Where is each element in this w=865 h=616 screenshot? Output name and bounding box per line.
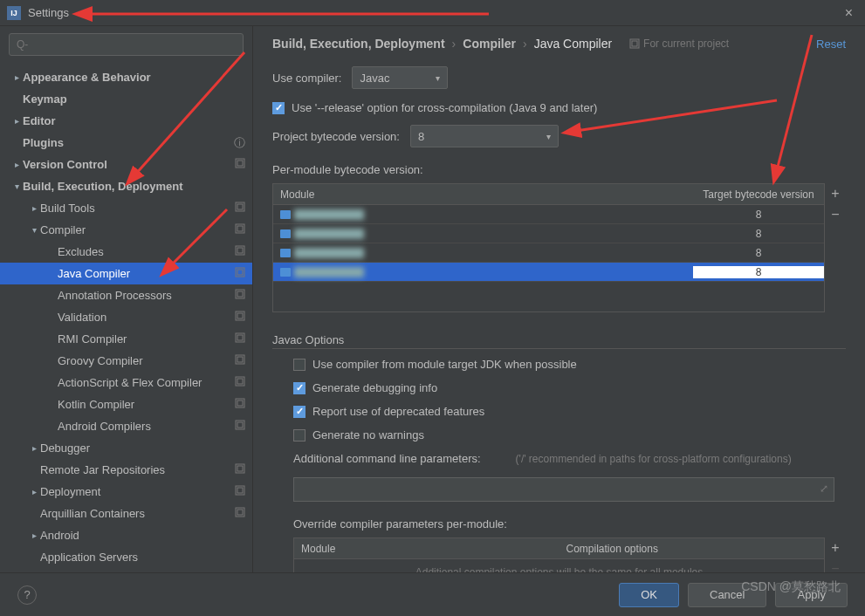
svg-rect-15 xyxy=(237,335,243,340)
sidebar-item-remote-jar-repositories[interactable]: Remote Jar Repositories xyxy=(0,459,252,481)
close-icon[interactable]: × xyxy=(840,5,858,21)
sidebar-item-excludes[interactable]: Excludes xyxy=(0,241,252,263)
sidebar-item-label: Deployment xyxy=(40,485,235,498)
override-table: Module Compilation options Additional co… xyxy=(293,537,825,572)
release-checkbox[interactable] xyxy=(272,102,285,114)
add-module-button[interactable]: + xyxy=(825,183,846,204)
opt3-checkbox[interactable] xyxy=(293,406,305,418)
svg-rect-5 xyxy=(237,226,243,231)
sidebar-item-build-tools[interactable]: ▸Build Tools xyxy=(0,197,252,219)
project-icon xyxy=(235,223,245,236)
sidebar-item-label: Build Tools xyxy=(40,202,235,215)
params-input[interactable]: ⤢ xyxy=(293,477,834,502)
project-icon xyxy=(235,332,245,346)
svg-rect-27 xyxy=(237,488,243,493)
help-button[interactable]: ? xyxy=(17,585,37,605)
apply-button[interactable]: Apply xyxy=(775,583,848,607)
sidebar-item-groovy-compiler[interactable]: Groovy Compiler xyxy=(0,350,252,372)
table-row[interactable]: 8 xyxy=(273,205,824,224)
svg-rect-1 xyxy=(237,161,243,166)
sidebar-item-label: Version Control xyxy=(23,158,235,171)
project-icon xyxy=(235,311,245,324)
project-icon xyxy=(235,289,245,302)
sidebar-item-actionscript-flex-compiler[interactable]: ActionScript & Flex Compiler xyxy=(0,372,252,394)
javac-options-label: Javac Options xyxy=(272,333,846,349)
svg-rect-3 xyxy=(237,204,243,209)
sidebar-item-validation[interactable]: Validation xyxy=(0,306,252,328)
module-name-redacted xyxy=(294,229,364,239)
sidebar-item-label: Validation xyxy=(58,311,235,324)
sidebar-item-rmi-compiler[interactable]: RMI Compiler xyxy=(0,328,252,350)
svg-rect-25 xyxy=(237,466,243,471)
sidebar-item-appearance-behavior[interactable]: ▸Appearance & Behavior xyxy=(0,66,252,88)
use-compiler-combo[interactable]: Javac xyxy=(352,66,448,89)
settings-tree: ▸Appearance & BehaviorKeymap▸EditorPlugi… xyxy=(0,63,252,572)
sidebar-item-label: Android xyxy=(40,529,245,542)
sidebar-item-java-compiler[interactable]: Java Compiler xyxy=(0,263,252,284)
bytecode-combo[interactable]: 8 xyxy=(410,125,559,147)
sidebar-item-keymap[interactable]: Keymap xyxy=(0,88,252,110)
sidebar-item-label: Android Compilers xyxy=(58,420,235,433)
table-row[interactable]: 8 xyxy=(273,243,824,263)
sidebar-item-version-control[interactable]: ▸Version Control xyxy=(0,154,252,175)
svg-rect-23 xyxy=(237,422,243,428)
folder-icon xyxy=(280,229,291,238)
sidebar-item-label: Remote Jar Repositories xyxy=(40,463,235,476)
sidebar-item-label: Compiler xyxy=(40,223,235,236)
svg-rect-31 xyxy=(632,41,637,46)
project-icon xyxy=(235,463,245,476)
cancel-button[interactable]: Cancel xyxy=(688,583,766,607)
override-empty-msg: Additional compilation options will be t… xyxy=(294,559,824,572)
opt4-checkbox[interactable] xyxy=(293,429,305,441)
remove-override-button: − xyxy=(825,558,846,572)
release-label: Use '--release' option for cross-compila… xyxy=(292,101,597,114)
ok-button[interactable]: OK xyxy=(619,583,679,607)
sidebar-item-label: Kotlin Compiler xyxy=(58,398,235,411)
col-target[interactable]: Target bytecode version xyxy=(693,188,824,201)
search-input[interactable] xyxy=(9,33,244,56)
use-compiler-label: Use compiler: xyxy=(272,72,341,85)
sidebar-item-android[interactable]: ▸Android xyxy=(0,524,252,546)
sidebar-item-arquillian-containers[interactable]: Arquillian Containers xyxy=(0,503,252,524)
table-row[interactable]: 8 xyxy=(273,224,824,243)
svg-rect-19 xyxy=(237,379,243,384)
titlebar: IJ Settings × xyxy=(0,0,865,26)
sidebar-item-label: Build, Execution, Deployment xyxy=(23,180,245,193)
sidebar-item-editor[interactable]: ▸Editor xyxy=(0,110,252,132)
opt2-checkbox[interactable] xyxy=(293,382,305,394)
footer: ? OK Cancel Apply xyxy=(0,572,865,616)
sidebar-item-label: Editor xyxy=(23,114,245,127)
module-name-redacted xyxy=(294,267,364,277)
project-icon xyxy=(235,485,245,498)
sidebar-item-annotation-processors[interactable]: Annotation Processors xyxy=(0,284,252,306)
table-row[interactable]: 8 xyxy=(273,263,824,282)
sidebar-item-label: Keymap xyxy=(23,92,245,106)
window-title: Settings xyxy=(28,6,69,19)
sidebar-item-debugger[interactable]: ▸Debugger xyxy=(0,437,252,459)
content-panel: Build, Execution, Deployment›Compiler›Ja… xyxy=(253,26,865,572)
svg-rect-29 xyxy=(237,510,243,515)
project-icon xyxy=(235,376,245,389)
col-module[interactable]: Module xyxy=(273,188,693,201)
svg-rect-7 xyxy=(237,248,243,253)
app-icon: IJ xyxy=(7,6,21,20)
sidebar-item-build-execution-deployment[interactable]: ▾Build, Execution, Deployment xyxy=(0,175,252,197)
sidebar-item-label: Groovy Compiler xyxy=(58,354,235,367)
sidebar-item-compiler[interactable]: ▾Compiler xyxy=(0,219,252,241)
project-icon xyxy=(235,354,245,367)
sidebar-item-plugins[interactable]: Pluginsⓘ xyxy=(0,132,252,154)
sidebar-item-label: Appearance & Behavior xyxy=(23,71,245,84)
sidebar-item-application-servers[interactable]: Application Servers xyxy=(0,546,252,568)
remove-module-button[interactable]: − xyxy=(825,204,846,225)
opt1-checkbox[interactable] xyxy=(293,359,305,371)
sidebar-item-label: Annotation Processors xyxy=(58,289,235,302)
sidebar-item-kotlin-compiler[interactable]: Kotlin Compiler xyxy=(0,394,252,415)
expand-icon[interactable]: ⤢ xyxy=(820,483,828,495)
add-override-button[interactable]: + xyxy=(825,537,846,558)
folder-icon xyxy=(280,268,291,277)
reset-link[interactable]: Reset xyxy=(816,38,846,51)
svg-rect-11 xyxy=(237,291,243,297)
sidebar-item-deployment[interactable]: ▸Deployment xyxy=(0,481,252,503)
sidebar-item-android-compilers[interactable]: Android Compilers xyxy=(0,415,252,437)
svg-rect-21 xyxy=(237,400,243,406)
